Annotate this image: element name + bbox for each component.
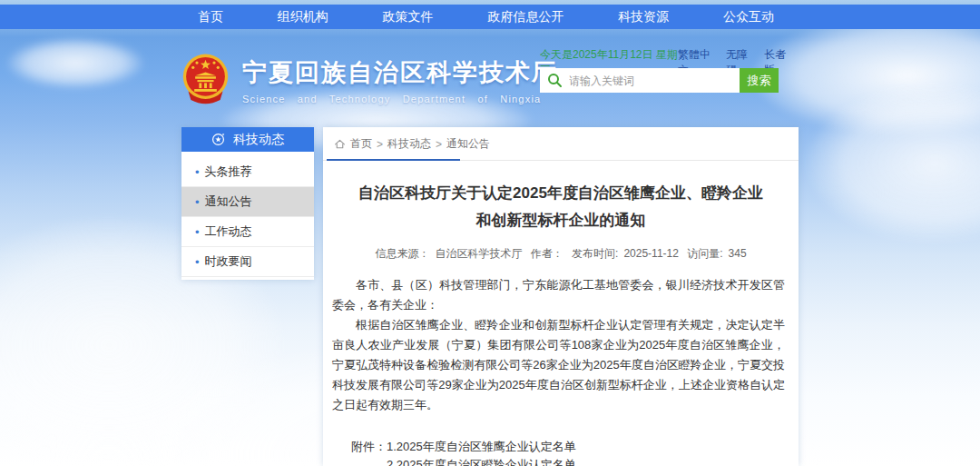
nav-item-policy-documents[interactable]: 政策文件	[383, 9, 434, 25]
site-title: 宁夏回族自治区科学技术厅	[242, 60, 558, 87]
search-icon	[547, 73, 563, 88]
article-body: 各市、县（区）科技管理部门，宁东能源化工基地管委会，银川经济技术开发区管委会，各…	[332, 275, 785, 416]
attachments-list: 1.2025年度自治区雏鹰企业认定名单 2.2025年度自治区瞪羚企业认定名单 …	[387, 438, 612, 466]
sidebar: 科技动态 头条推荐 通知公告 工作动态 时政要闻	[181, 127, 314, 280]
sidebar-item-notice-announcement[interactable]: 通知公告	[181, 187, 314, 217]
article-title: 自治区科技厅关于认定2025年度自治区雏鹰企业、瞪羚企业和创新型标杆企业的通知	[351, 180, 769, 234]
breadcrumb-current-notices: 通知公告	[446, 136, 490, 152]
sidebar-item-current-politics[interactable]: 时政要闻	[181, 247, 314, 277]
breadcrumb-separator: >	[436, 138, 442, 151]
sidebar-item-label: 头条推荐	[205, 164, 252, 180]
breadcrumb: 首页 > 科技动态 > 通知公告	[323, 127, 799, 160]
meta-views-value: 345	[729, 247, 747, 260]
search-input[interactable]	[540, 68, 740, 93]
nav-item-home[interactable]: 首页	[198, 9, 223, 25]
nav-item-gov-info-disclosure[interactable]: 政府信息公开	[487, 9, 564, 25]
nav-item-organization[interactable]: 组织机构	[278, 9, 328, 25]
top-navigation-items: 首页 组织机构 政策文件 政府信息公开 科技资源 公众互动	[198, 5, 774, 29]
meta-views-label: 访问量:	[687, 247, 722, 260]
search-button[interactable]: 搜索	[740, 68, 779, 93]
attachment-link-gazelle-list[interactable]: 2.2025年度自治区瞪羚企业认定名单	[387, 456, 612, 466]
sidebar-header-tech-news[interactable]: 科技动态	[181, 127, 314, 152]
page: 首页 组织机构 政策文件 政府信息公开 科技资源 公众互动 宁夏	[0, 0, 980, 466]
breadcrumb-home[interactable]: 首页	[350, 136, 372, 152]
cloud-decoration	[7, 38, 143, 88]
breadcrumb-tech-news[interactable]: 科技动态	[387, 136, 431, 152]
sidebar-item-headline-recommend[interactable]: 头条推荐	[181, 157, 314, 187]
nav-item-public-interaction[interactable]: 公众互动	[723, 9, 774, 25]
attachment-link-eagle-list[interactable]: 1.2025年度自治区雏鹰企业认定名单	[387, 438, 612, 456]
national-emblem-logo	[180, 53, 231, 109]
main-content-panel: 首页 > 科技动态 > 通知公告 自治区科技厅关于认定2025年度自治区雏鹰企业…	[323, 127, 799, 466]
meta-author-label: 作者：	[531, 247, 564, 260]
sidebar-title: 科技动态	[233, 132, 284, 148]
article-meta: 信息来源：自治区科学技术厅 作者： 发布时间:2025-11-12 访问量:34…	[323, 246, 799, 262]
meta-source-value: 自治区科学技术厅	[435, 247, 522, 260]
site-title-block: 宁夏回族自治区科学技术厅 Science and Technology Depa…	[242, 53, 558, 104]
meta-source-label: 信息来源：	[375, 247, 429, 260]
home-icon	[334, 138, 346, 150]
attachments: 附件： 1.2025年度自治区雏鹰企业认定名单 2.2025年度自治区瞪羚企业认…	[351, 438, 799, 466]
article-paragraph: 各市、县（区）科技管理部门，宁东能源化工基地管委会，银川经济技术开发区管委会，各…	[332, 275, 785, 315]
top-navigation: 首页 组织机构 政策文件 政府信息公开 科技资源 公众互动	[0, 5, 980, 29]
sidebar-item-work-dynamics[interactable]: 工作动态	[181, 217, 314, 247]
search-bar: 搜索	[540, 68, 779, 93]
sidebar-item-label: 通知公告	[205, 193, 252, 210]
site-subtitle: Science and Technology Department of Nin…	[242, 94, 558, 104]
meta-publish-value: 2025-11-12	[623, 247, 679, 260]
sidebar-list: 头条推荐 通知公告 工作动态 时政要闻	[181, 152, 314, 277]
breadcrumb-separator: >	[377, 138, 383, 151]
sidebar-item-label: 时政要闻	[205, 253, 252, 270]
sidebar-item-label: 工作动态	[205, 223, 252, 240]
meta-publish-label: 发布时间:	[572, 247, 618, 260]
nav-item-tech-resources[interactable]: 科技资源	[618, 9, 669, 25]
article-paragraph: 根据自治区雏鹰企业、瞪羚企业和创新型标杆企业认定管理有关规定，决定认定半亩良人农…	[332, 315, 785, 415]
site-banner[interactable]: 宁夏回族自治区科学技术厅 Science and Technology Depa…	[180, 53, 558, 109]
star-circle-icon	[211, 133, 225, 146]
attachments-label: 附件：	[351, 438, 387, 466]
breadcrumb-divider	[323, 160, 799, 161]
